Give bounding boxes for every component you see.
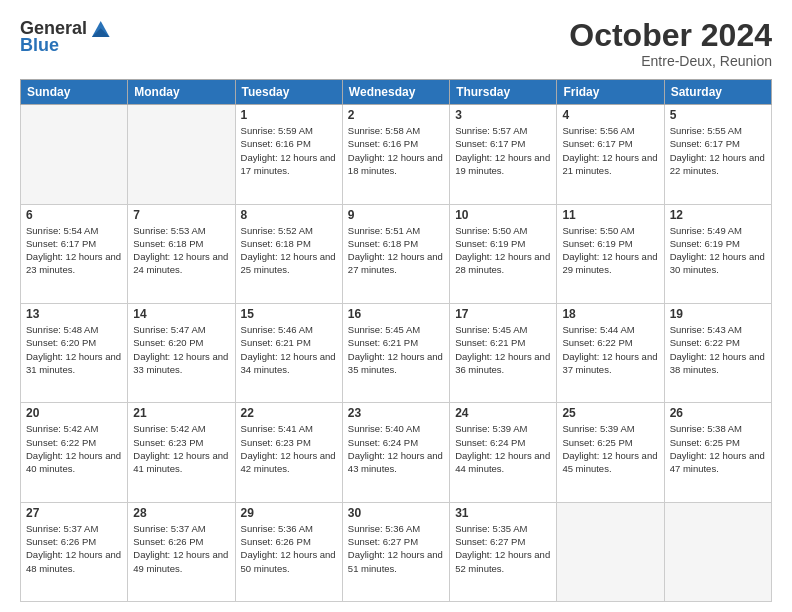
day-info: Sunrise: 5:38 AM Sunset: 6:25 PM Dayligh… xyxy=(670,422,766,475)
day-cell: 12Sunrise: 5:49 AM Sunset: 6:19 PM Dayli… xyxy=(664,204,771,303)
day-number: 1 xyxy=(241,108,337,122)
day-cell: 31Sunrise: 5:35 AM Sunset: 6:27 PM Dayli… xyxy=(450,502,557,601)
day-cell: 10Sunrise: 5:50 AM Sunset: 6:19 PM Dayli… xyxy=(450,204,557,303)
day-info: Sunrise: 5:56 AM Sunset: 6:17 PM Dayligh… xyxy=(562,124,658,177)
week-row-4: 27Sunrise: 5:37 AM Sunset: 6:26 PM Dayli… xyxy=(21,502,772,601)
day-cell: 18Sunrise: 5:44 AM Sunset: 6:22 PM Dayli… xyxy=(557,303,664,402)
dow-header-saturday: Saturday xyxy=(664,80,771,105)
day-cell: 9Sunrise: 5:51 AM Sunset: 6:18 PM Daylig… xyxy=(342,204,449,303)
day-number: 7 xyxy=(133,208,229,222)
day-info: Sunrise: 5:48 AM Sunset: 6:20 PM Dayligh… xyxy=(26,323,122,376)
day-number: 27 xyxy=(26,506,122,520)
day-cell: 22Sunrise: 5:41 AM Sunset: 6:23 PM Dayli… xyxy=(235,403,342,502)
dow-header-sunday: Sunday xyxy=(21,80,128,105)
days-of-week-row: SundayMondayTuesdayWednesdayThursdayFrid… xyxy=(21,80,772,105)
day-number: 20 xyxy=(26,406,122,420)
day-cell: 1Sunrise: 5:59 AM Sunset: 6:16 PM Daylig… xyxy=(235,105,342,204)
week-row-2: 13Sunrise: 5:48 AM Sunset: 6:20 PM Dayli… xyxy=(21,303,772,402)
day-cell: 5Sunrise: 5:55 AM Sunset: 6:17 PM Daylig… xyxy=(664,105,771,204)
day-info: Sunrise: 5:52 AM Sunset: 6:18 PM Dayligh… xyxy=(241,224,337,277)
day-info: Sunrise: 5:39 AM Sunset: 6:25 PM Dayligh… xyxy=(562,422,658,475)
dow-header-friday: Friday xyxy=(557,80,664,105)
day-info: Sunrise: 5:37 AM Sunset: 6:26 PM Dayligh… xyxy=(133,522,229,575)
day-info: Sunrise: 5:43 AM Sunset: 6:22 PM Dayligh… xyxy=(670,323,766,376)
logo-text-blue: Blue xyxy=(20,36,59,56)
day-cell: 28Sunrise: 5:37 AM Sunset: 6:26 PM Dayli… xyxy=(128,502,235,601)
day-number: 16 xyxy=(348,307,444,321)
day-number: 8 xyxy=(241,208,337,222)
day-cell: 11Sunrise: 5:50 AM Sunset: 6:19 PM Dayli… xyxy=(557,204,664,303)
day-number: 22 xyxy=(241,406,337,420)
day-cell: 30Sunrise: 5:36 AM Sunset: 6:27 PM Dayli… xyxy=(342,502,449,601)
day-info: Sunrise: 5:36 AM Sunset: 6:27 PM Dayligh… xyxy=(348,522,444,575)
day-cell: 4Sunrise: 5:56 AM Sunset: 6:17 PM Daylig… xyxy=(557,105,664,204)
day-info: Sunrise: 5:47 AM Sunset: 6:20 PM Dayligh… xyxy=(133,323,229,376)
day-cell: 26Sunrise: 5:38 AM Sunset: 6:25 PM Dayli… xyxy=(664,403,771,502)
day-info: Sunrise: 5:35 AM Sunset: 6:27 PM Dayligh… xyxy=(455,522,551,575)
day-number: 5 xyxy=(670,108,766,122)
day-info: Sunrise: 5:41 AM Sunset: 6:23 PM Dayligh… xyxy=(241,422,337,475)
day-number: 17 xyxy=(455,307,551,321)
day-number: 6 xyxy=(26,208,122,222)
day-number: 26 xyxy=(670,406,766,420)
day-number: 18 xyxy=(562,307,658,321)
day-number: 10 xyxy=(455,208,551,222)
day-info: Sunrise: 5:39 AM Sunset: 6:24 PM Dayligh… xyxy=(455,422,551,475)
day-number: 9 xyxy=(348,208,444,222)
day-cell: 24Sunrise: 5:39 AM Sunset: 6:24 PM Dayli… xyxy=(450,403,557,502)
week-row-1: 6Sunrise: 5:54 AM Sunset: 6:17 PM Daylig… xyxy=(21,204,772,303)
title-block: October 2024 Entre-Deux, Reunion xyxy=(569,18,772,69)
dow-header-tuesday: Tuesday xyxy=(235,80,342,105)
day-cell: 14Sunrise: 5:47 AM Sunset: 6:20 PM Dayli… xyxy=(128,303,235,402)
calendar-body: 1Sunrise: 5:59 AM Sunset: 6:16 PM Daylig… xyxy=(21,105,772,602)
day-info: Sunrise: 5:42 AM Sunset: 6:22 PM Dayligh… xyxy=(26,422,122,475)
day-number: 30 xyxy=(348,506,444,520)
day-cell: 27Sunrise: 5:37 AM Sunset: 6:26 PM Dayli… xyxy=(21,502,128,601)
dow-header-wednesday: Wednesday xyxy=(342,80,449,105)
day-number: 12 xyxy=(670,208,766,222)
day-number: 29 xyxy=(241,506,337,520)
dow-header-monday: Monday xyxy=(128,80,235,105)
day-info: Sunrise: 5:40 AM Sunset: 6:24 PM Dayligh… xyxy=(348,422,444,475)
week-row-0: 1Sunrise: 5:59 AM Sunset: 6:16 PM Daylig… xyxy=(21,105,772,204)
day-number: 19 xyxy=(670,307,766,321)
day-info: Sunrise: 5:45 AM Sunset: 6:21 PM Dayligh… xyxy=(348,323,444,376)
day-info: Sunrise: 5:44 AM Sunset: 6:22 PM Dayligh… xyxy=(562,323,658,376)
day-info: Sunrise: 5:51 AM Sunset: 6:18 PM Dayligh… xyxy=(348,224,444,277)
day-number: 24 xyxy=(455,406,551,420)
day-cell: 13Sunrise: 5:48 AM Sunset: 6:20 PM Dayli… xyxy=(21,303,128,402)
day-number: 15 xyxy=(241,307,337,321)
day-number: 31 xyxy=(455,506,551,520)
logo-icon xyxy=(89,18,111,40)
day-cell xyxy=(557,502,664,601)
day-cell: 3Sunrise: 5:57 AM Sunset: 6:17 PM Daylig… xyxy=(450,105,557,204)
day-cell: 21Sunrise: 5:42 AM Sunset: 6:23 PM Dayli… xyxy=(128,403,235,502)
header: General Blue October 2024 Entre-Deux, Re… xyxy=(20,18,772,69)
day-number: 23 xyxy=(348,406,444,420)
day-number: 13 xyxy=(26,307,122,321)
location: Entre-Deux, Reunion xyxy=(569,53,772,69)
page: General Blue October 2024 Entre-Deux, Re… xyxy=(0,0,792,612)
day-cell: 19Sunrise: 5:43 AM Sunset: 6:22 PM Dayli… xyxy=(664,303,771,402)
day-info: Sunrise: 5:58 AM Sunset: 6:16 PM Dayligh… xyxy=(348,124,444,177)
day-info: Sunrise: 5:54 AM Sunset: 6:17 PM Dayligh… xyxy=(26,224,122,277)
day-cell: 2Sunrise: 5:58 AM Sunset: 6:16 PM Daylig… xyxy=(342,105,449,204)
day-info: Sunrise: 5:37 AM Sunset: 6:26 PM Dayligh… xyxy=(26,522,122,575)
day-number: 28 xyxy=(133,506,229,520)
day-info: Sunrise: 5:50 AM Sunset: 6:19 PM Dayligh… xyxy=(455,224,551,277)
day-cell: 7Sunrise: 5:53 AM Sunset: 6:18 PM Daylig… xyxy=(128,204,235,303)
day-cell: 23Sunrise: 5:40 AM Sunset: 6:24 PM Dayli… xyxy=(342,403,449,502)
day-number: 25 xyxy=(562,406,658,420)
day-cell: 29Sunrise: 5:36 AM Sunset: 6:26 PM Dayli… xyxy=(235,502,342,601)
day-info: Sunrise: 5:59 AM Sunset: 6:16 PM Dayligh… xyxy=(241,124,337,177)
day-number: 4 xyxy=(562,108,658,122)
day-cell: 25Sunrise: 5:39 AM Sunset: 6:25 PM Dayli… xyxy=(557,403,664,502)
day-info: Sunrise: 5:46 AM Sunset: 6:21 PM Dayligh… xyxy=(241,323,337,376)
day-info: Sunrise: 5:57 AM Sunset: 6:17 PM Dayligh… xyxy=(455,124,551,177)
day-info: Sunrise: 5:50 AM Sunset: 6:19 PM Dayligh… xyxy=(562,224,658,277)
day-info: Sunrise: 5:42 AM Sunset: 6:23 PM Dayligh… xyxy=(133,422,229,475)
day-number: 11 xyxy=(562,208,658,222)
day-cell: 17Sunrise: 5:45 AM Sunset: 6:21 PM Dayli… xyxy=(450,303,557,402)
day-cell: 6Sunrise: 5:54 AM Sunset: 6:17 PM Daylig… xyxy=(21,204,128,303)
day-number: 3 xyxy=(455,108,551,122)
